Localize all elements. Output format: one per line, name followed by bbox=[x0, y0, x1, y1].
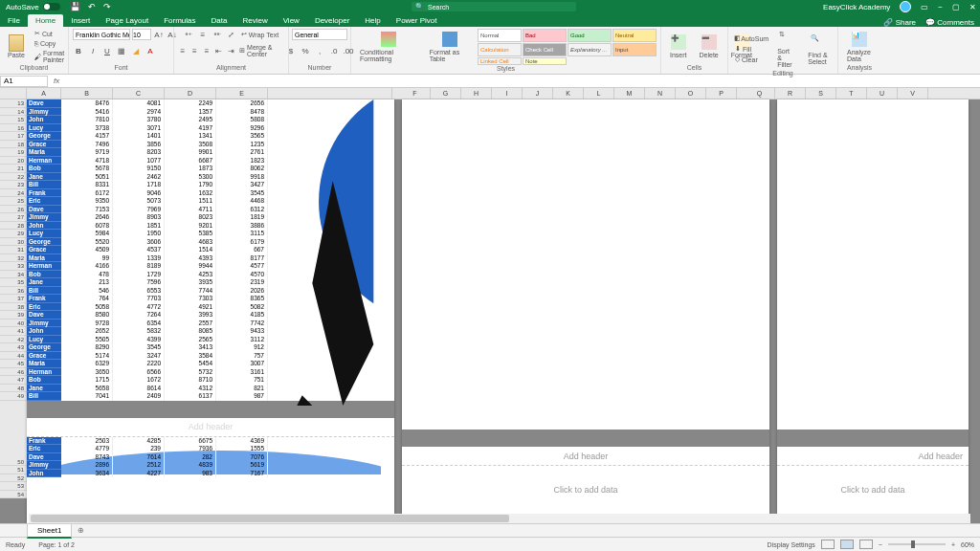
display-settings[interactable]: Display Settings bbox=[768, 541, 815, 548]
data-cell[interactable]: 1718 bbox=[113, 181, 165, 189]
data-cell[interactable]: 7153 bbox=[61, 206, 113, 214]
table-row[interactable]: Dave7153796947116312 bbox=[27, 206, 394, 214]
name-cell[interactable]: Jane bbox=[27, 278, 61, 287]
data-cell[interactable]: 5619 bbox=[216, 461, 268, 470]
row-header[interactable]: 34 bbox=[0, 271, 27, 279]
row-header[interactable]: 17 bbox=[0, 132, 27, 141]
table-row[interactable]: Eric477923979361555 bbox=[27, 445, 394, 453]
table-row[interactable]: Lucy5505439925653112 bbox=[27, 336, 394, 344]
data-cell[interactable]: 2896 bbox=[61, 461, 113, 470]
name-cell[interactable]: Lucy bbox=[27, 336, 61, 344]
data-cell[interactable]: 5808 bbox=[216, 116, 268, 124]
data-cell[interactable]: 2656 bbox=[216, 99, 268, 108]
row-header[interactable]: 48 bbox=[0, 385, 27, 393]
data-cell[interactable]: 5658 bbox=[61, 385, 113, 393]
table-row[interactable]: John2652583280859433 bbox=[27, 327, 394, 336]
data-cell[interactable]: 2319 bbox=[216, 278, 268, 287]
data-cell[interactable]: 4253 bbox=[165, 271, 216, 279]
tab-insert[interactable]: Insert bbox=[63, 14, 98, 27]
account-name[interactable]: EasyClick Academy bbox=[823, 3, 890, 11]
data-cell[interactable]: 6354 bbox=[113, 320, 165, 328]
data-cell[interactable]: 6553 bbox=[113, 287, 165, 296]
data-cell[interactable]: 987 bbox=[216, 392, 268, 401]
normal-view-icon[interactable] bbox=[821, 540, 835, 549]
undo-icon[interactable]: ↶ bbox=[88, 2, 96, 11]
table-row[interactable]: George5520360646836179 bbox=[27, 238, 394, 247]
data-cell[interactable]: 4779 bbox=[61, 445, 113, 453]
table-row[interactable]: John363442279837167 bbox=[27, 470, 394, 478]
zoom-in-icon[interactable]: + bbox=[951, 541, 955, 548]
name-box[interactable] bbox=[0, 76, 48, 87]
data-cell[interactable]: 3161 bbox=[216, 368, 268, 377]
table-row[interactable]: Lucy5984195053853115 bbox=[27, 230, 394, 238]
tab-power-pivot[interactable]: Power Pivot bbox=[389, 14, 445, 27]
data-cell[interactable]: 4312 bbox=[165, 385, 216, 393]
data-cell[interactable]: 2646 bbox=[61, 213, 113, 222]
name-cell[interactable]: Maria bbox=[27, 360, 61, 368]
data-cell[interactable]: 4683 bbox=[165, 238, 216, 247]
name-cell[interactable]: Bob bbox=[27, 376, 61, 385]
table-row[interactable]: Bill546655377442026 bbox=[27, 287, 394, 296]
data-cell[interactable]: 3935 bbox=[165, 278, 216, 287]
data-cell[interactable]: 3247 bbox=[113, 352, 165, 361]
name-cell[interactable]: Dave bbox=[27, 311, 61, 320]
name-cell[interactable]: Dave bbox=[27, 453, 61, 462]
data-cell[interactable]: 2026 bbox=[216, 287, 268, 296]
row-header[interactable]: 49 bbox=[0, 392, 27, 401]
table-row[interactable]: Jimmy2646890380231819 bbox=[27, 213, 394, 222]
col-header-K[interactable]: K bbox=[553, 88, 584, 99]
row-header[interactable]: 19 bbox=[0, 148, 27, 157]
indent-inc-icon[interactable]: ⇥ bbox=[226, 45, 235, 56]
name-cell[interactable]: John bbox=[27, 222, 61, 231]
data-cell[interactable]: 213 bbox=[61, 278, 113, 287]
data-cell[interactable]: 4772 bbox=[113, 303, 165, 312]
data-cell[interactable]: 4081 bbox=[113, 99, 165, 108]
data-cell[interactable]: 3427 bbox=[216, 181, 268, 189]
row-header[interactable]: 54 bbox=[0, 491, 27, 499]
data-cell[interactable]: 3738 bbox=[61, 124, 113, 133]
style-normal[interactable]: Normal bbox=[478, 29, 522, 42]
redo-icon[interactable]: ↷ bbox=[103, 2, 111, 11]
scroll-thumb[interactable] bbox=[31, 515, 509, 522]
data-cell[interactable]: 912 bbox=[216, 343, 268, 352]
table-row[interactable]: Grace450945371514667 bbox=[27, 246, 394, 254]
col-header-L[interactable]: L bbox=[584, 88, 614, 99]
data-cell[interactable]: 5082 bbox=[216, 303, 268, 312]
data-cell[interactable]: 9728 bbox=[61, 320, 113, 328]
data-cell[interactable]: 4197 bbox=[165, 124, 216, 133]
row-header[interactable]: 31 bbox=[0, 246, 27, 254]
data-cell[interactable]: 2220 bbox=[113, 360, 165, 368]
data-cell[interactable]: 6675 bbox=[165, 437, 216, 446]
number-format-select[interactable] bbox=[292, 29, 347, 40]
data-cell[interactable]: 4509 bbox=[61, 246, 113, 254]
align-middle-icon[interactable]: ≡ bbox=[197, 29, 209, 40]
data-cell[interactable]: 4570 bbox=[216, 271, 268, 279]
row-header[interactable]: 27 bbox=[0, 213, 27, 222]
format-as-table-button[interactable]: Format as Table bbox=[425, 30, 475, 64]
align-center-icon[interactable]: ≡ bbox=[190, 45, 200, 56]
data-cell[interactable]: 2512 bbox=[113, 461, 165, 470]
col-header-D[interactable]: D bbox=[165, 88, 216, 99]
zoom-level[interactable]: 60% bbox=[961, 541, 974, 548]
row-header[interactable]: 23 bbox=[0, 181, 27, 189]
cut-button[interactable]: ✂ Cut bbox=[33, 29, 65, 38]
data-cell[interactable]: 2495 bbox=[165, 116, 216, 124]
table-row[interactable]: Eric5058477249215082 bbox=[27, 303, 394, 312]
data-cell[interactable]: 9901 bbox=[165, 148, 216, 157]
data-cell[interactable]: 8614 bbox=[113, 385, 165, 393]
style-calculation[interactable]: Calculation bbox=[478, 43, 522, 56]
col-header-V[interactable]: V bbox=[898, 88, 928, 99]
data-cell[interactable]: 1715 bbox=[61, 376, 113, 385]
tab-file[interactable]: File bbox=[0, 14, 28, 27]
data-cell[interactable]: 5832 bbox=[113, 327, 165, 336]
data-cell[interactable]: 1235 bbox=[216, 141, 268, 149]
table-row[interactable]: Lucy3738307141979296 bbox=[27, 124, 394, 133]
data-cell[interactable]: 9046 bbox=[113, 189, 165, 198]
add-header-placeholder-2[interactable]: Add header bbox=[402, 447, 769, 466]
row-header[interactable]: 40 bbox=[0, 320, 27, 328]
data-cell[interactable]: 8580 bbox=[61, 311, 113, 320]
style-bad[interactable]: Bad bbox=[523, 29, 567, 42]
data-cell[interactable]: 9350 bbox=[61, 197, 113, 206]
data-cell[interactable]: 282 bbox=[165, 453, 216, 462]
table-row[interactable]: Frank764770373038365 bbox=[27, 295, 394, 303]
